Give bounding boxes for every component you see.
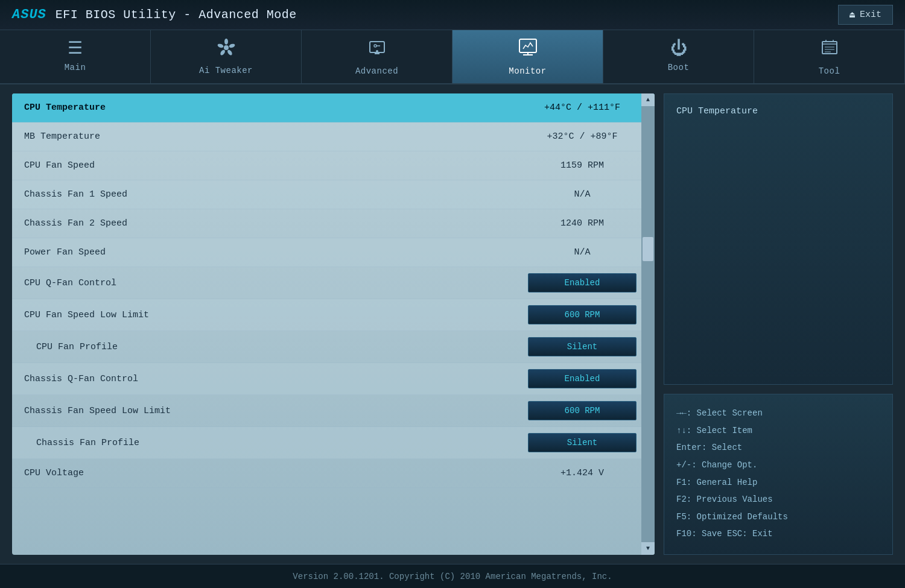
tab-main-label: Main [65,63,86,72]
row-value-mb-temp: +32°C / +89°F [522,131,643,142]
monitor-row-chassis-qfan[interactable]: Chassis Q-Fan ControlEnabled [12,363,655,395]
tab-main[interactable]: ☰ Main [0,30,151,83]
monitor-row-cpu-fan-low[interactable]: CPU Fan Speed Low Limit600 RPM [12,299,655,331]
row-value-cpu-temp: +44°C / +111°F [522,103,643,113]
boot-icon: ⏻ [670,41,687,58]
row-label-cpu-qfan: CPU Q-Fan Control [24,278,522,288]
monitor-row-cpu-temp: CPU Temperature+44°C / +111°F [12,93,655,122]
ai-tweaker-icon [217,38,236,61]
row-label-cpu-voltage: CPU Voltage [24,468,522,478]
help-box: →←: Select Screen↑↓: Select ItemEnter: S… [664,394,893,555]
scroll-thumb [643,237,653,261]
row-label-power-fan: Power Fan Speed [24,247,522,258]
tab-ai-tweaker-label: Ai Tweaker [199,66,253,75]
monitor-row-chassis-fan-low[interactable]: Chassis Fan Speed Low Limit600 RPM [12,395,655,427]
help-line-1: ↑↓: Select Item [676,423,880,439]
svg-point-5 [217,43,223,49]
exit-label: Exit [860,10,881,20]
row-label-mb-temp: MB Temperature [24,131,522,142]
tab-advanced[interactable]: Advanced [302,30,453,83]
nav-tabs: ☰ Main Ai Tweaker [0,30,905,84]
scroll-down-button[interactable]: ▼ [641,542,655,555]
monitor-row-mb-temp: MB Temperature+32°C / +89°F [12,122,655,151]
monitor-row-cpu-voltage: CPU Voltage+1.424 V [12,459,655,488]
scroll-up-button[interactable]: ▲ [641,93,655,107]
svg-point-7 [376,50,378,52]
help-line-0: →←: Select Screen [676,405,880,422]
footer: Version 2.00.1201. Copyright (C) 2010 Am… [0,564,905,588]
row-value-chassis-fan1: N/A [522,189,643,200]
svg-point-2 [228,43,235,49]
header-title: EFI BIOS Utility - Advanced Mode [56,8,297,22]
exit-icon: ⏏ [849,9,855,21]
row-value-cpu-fan-speed: 1159 RPM [522,160,643,171]
tab-monitor-label: Monitor [509,66,546,76]
svg-point-1 [224,39,228,45]
row-label-cpu-temp: CPU Temperature [24,103,522,113]
tab-ai-tweaker[interactable]: Ai Tweaker [151,30,302,83]
help-line-3: +/-: Change Opt. [676,457,880,473]
monitor-row-cpu-fan-speed: CPU Fan Speed1159 RPM [12,151,655,180]
value-btn-chassis-fan-profile[interactable]: Silent [528,433,637,452]
value-btn-chassis-fan-low[interactable]: 600 RPM [528,401,637,420]
main-icon: ☰ [68,41,83,58]
value-btn-cpu-qfan[interactable]: Enabled [528,273,637,292]
help-line-2: Enter: Select [676,440,880,456]
scrollbar: ▲ ▼ [641,93,655,555]
tab-monitor[interactable]: Monitor [453,30,603,83]
monitor-row-cpu-qfan[interactable]: CPU Q-Fan ControlEnabled [12,267,655,299]
value-btn-chassis-qfan[interactable]: Enabled [528,369,637,388]
svg-rect-11 [519,39,536,52]
row-label-chassis-qfan: Chassis Q-Fan Control [24,374,522,384]
monitor-rows: CPU Temperature+44°C / +111°FMB Temperat… [12,93,655,488]
tab-tool-label: Tool [819,66,840,76]
monitor-row-power-fan: Power Fan SpeedN/A [12,238,655,267]
row-label-cpu-fan-profile: CPU Fan Profile [24,342,522,352]
row-label-chassis-fan-low: Chassis Fan Speed Low Limit [24,406,522,416]
exit-button[interactable]: ⏏ Exit [838,5,893,25]
monitor-panel: CPU Temperature+44°C / +111°FMB Temperat… [12,93,655,555]
tool-icon [820,38,839,62]
svg-point-0 [224,45,229,50]
footer-text: Version 2.00.1201. Copyright (C) 2010 Am… [293,572,612,581]
tab-tool[interactable]: Tool [754,30,905,83]
row-label-chassis-fan-profile: Chassis Fan Profile [24,438,522,448]
svg-point-3 [226,49,233,56]
monitor-row-cpu-fan-profile[interactable]: CPU Fan ProfileSilent [12,331,655,363]
help-line-5: F2: Previous Values [676,492,880,508]
main-content: CPU Temperature+44°C / +111°FMB Temperat… [0,84,905,564]
row-label-chassis-fan2: Chassis Fan 2 Speed [24,218,522,229]
value-btn-cpu-fan-low[interactable]: 600 RPM [528,305,637,324]
header: ASUS EFI BIOS Utility - Advanced Mode ⏏ … [0,0,905,30]
tab-boot-label: Boot [668,63,690,72]
scroll-track [641,107,655,542]
info-title: CPU Temperature [676,106,880,116]
row-label-cpu-fan-low: CPU Fan Speed Low Limit [24,310,522,320]
row-label-cpu-fan-speed: CPU Fan Speed [24,160,522,171]
tab-boot[interactable]: ⏻ Boot [603,30,754,83]
monitor-row-chassis-fan2: Chassis Fan 2 Speed1240 RPM [12,209,655,238]
help-line-4: F1: General Help [676,475,880,491]
advanced-icon [367,38,387,62]
help-line-7: F10: Save ESC: Exit [676,526,880,542]
value-btn-cpu-fan-profile[interactable]: Silent [528,337,637,356]
row-value-chassis-fan2: 1240 RPM [522,218,643,229]
asus-logo: ASUS [12,7,46,22]
right-panel: CPU Temperature →←: Select Screen↑↓: Sel… [664,93,893,555]
monitor-row-chassis-fan-profile[interactable]: Chassis Fan ProfileSilent [12,427,655,459]
info-box: CPU Temperature [664,93,893,385]
help-line-6: F5: Optimized Defaults [676,509,880,525]
row-value-cpu-voltage: +1.424 V [522,468,643,478]
monitor-row-chassis-fan1: Chassis Fan 1 SpeedN/A [12,180,655,209]
row-value-power-fan: N/A [522,247,643,258]
svg-point-4 [219,49,226,56]
tab-advanced-label: Advanced [355,66,398,76]
svg-point-9 [374,45,376,47]
row-label-chassis-fan1: Chassis Fan 1 Speed [24,189,522,200]
monitor-icon [518,38,538,62]
